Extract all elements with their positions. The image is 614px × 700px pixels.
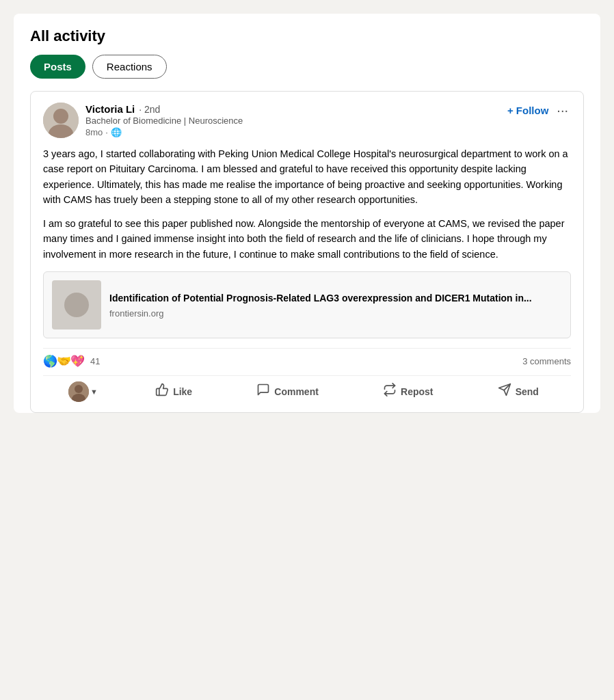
link-title: Identification of Potential Prognosis-Re… [109,292,532,306]
send-label: Send [516,386,539,397]
reactions-filter-button[interactable]: Reactions [92,55,167,79]
user-info: Victoria Li · 2nd Bachelor of Biomedicin… [85,103,243,137]
dot-separator: · [105,127,108,137]
follow-button[interactable]: + Follow [507,105,548,116]
dropdown-caret-icon[interactable]: ▼ [90,388,98,396]
svg-point-4 [75,385,83,393]
user-name[interactable]: Victoria Li [85,103,135,115]
reaction-emoji-1: 🌎 [43,354,57,368]
comment-count[interactable]: 3 comments [522,356,571,366]
comment-button[interactable]: Comment [250,379,325,404]
post-text: 3 years ago, I started collaborating wit… [43,146,571,262]
post-header: Victoria Li · 2nd Bachelor of Biomedicin… [43,103,571,138]
post-body-p1: 3 years ago, I started collaborating wit… [43,146,571,208]
reaction-emoji-3: 💖 [70,354,85,368]
link-thumbnail [52,280,101,329]
user-title: Bachelor of Biomedicine | Neuroscience [85,116,243,126]
globe-icon: 🌐 [111,127,122,137]
post-card: Victoria Li · 2nd Bachelor of Biomedicin… [30,91,584,413]
reaction-row: 🌎 🤝 💖 41 3 comments [43,348,571,374]
page-container: All activity Posts Reactions Victoria Li… [14,14,600,413]
action-bar: ▼ Like Comment [43,375,571,412]
repost-label: Repost [401,386,433,397]
svg-point-1 [53,109,68,124]
like-label: Like [173,386,192,397]
user-avatar-small [68,381,89,402]
repost-button[interactable]: Repost [376,379,440,404]
post-header-right: + Follow ··· [507,103,571,118]
repost-icon [383,383,397,400]
avatar[interactable] [43,103,79,138]
reaction-count: 41 [90,356,100,366]
like-action-wrapper: ▼ [68,381,98,402]
link-domain: frontiersin.org [109,308,532,319]
user-name-line: Victoria Li · 2nd [85,103,243,115]
send-button[interactable]: Send [491,379,546,404]
post-body-p2: I am so grateful to see this paper publi… [43,216,571,262]
like-button[interactable]: Like [148,379,199,404]
post-header-left: Victoria Li · 2nd Bachelor of Biomedicin… [43,103,243,138]
reaction-left: 🌎 🤝 💖 41 [43,354,100,368]
reaction-emoji-2: 🤝 [57,354,71,368]
post-time: 8mo [85,127,103,137]
link-thumb-inner [64,293,89,317]
comment-icon [256,383,270,400]
posts-filter-button[interactable]: Posts [30,55,85,79]
reaction-emojis: 🌎 🤝 💖 [43,354,84,368]
link-preview[interactable]: Identification of Potential Prognosis-Re… [43,271,571,338]
more-options-button[interactable]: ··· [554,103,571,118]
comment-label: Comment [274,386,319,397]
post-meta: 8mo · 🌐 [85,127,243,137]
user-degree: · 2nd [139,104,160,115]
send-icon [498,383,511,400]
link-info: Identification of Potential Prognosis-Re… [109,292,532,319]
filter-row: Posts Reactions [30,55,584,79]
page-title: All activity [30,27,584,45]
like-icon [155,383,169,400]
